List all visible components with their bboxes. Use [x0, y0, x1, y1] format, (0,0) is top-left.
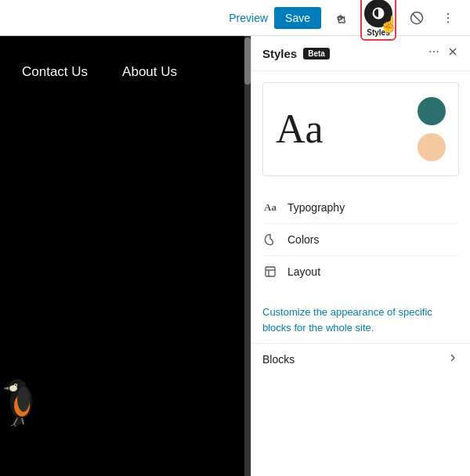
bird-illustration	[0, 359, 43, 429]
style-preview-card[interactable]: Aa	[262, 82, 459, 176]
panel-blocks-row[interactable]: Blocks	[251, 343, 470, 375]
side-panel: Styles Beta Aa	[251, 36, 470, 476]
svg-point-6	[447, 21, 449, 23]
nav-contact-us[interactable]: Contact Us	[11, 50, 99, 89]
panel-more-icon[interactable]	[428, 45, 440, 61]
scrollbar-thumb[interactable]	[244, 38, 251, 85]
preview-button[interactable]: Preview	[229, 12, 268, 24]
panel-item-layout[interactable]: Layout	[262, 256, 459, 287]
svg-line-3	[413, 13, 421, 22]
main-area: Contact Us About Us	[0, 36, 470, 476]
svg-point-21	[433, 51, 435, 52]
nav-about-us[interactable]: About Us	[111, 50, 188, 89]
svg-marker-11	[3, 387, 9, 390]
no-image-icon[interactable]	[404, 5, 429, 31]
toolbar: Preview Save ☝ St	[0, 0, 470, 36]
panel-items: Aa Typography Colors	[251, 187, 470, 292]
blocks-label: Blocks	[262, 353, 295, 366]
colors-label: Colors	[287, 233, 319, 246]
layout-icon	[262, 264, 278, 279]
color-dot-peach	[418, 133, 446, 161]
style-preview-colors	[418, 97, 446, 161]
panel-info-text: Customize the appearance of specific blo…	[251, 292, 470, 343]
layout-label: Layout	[287, 265, 320, 278]
svg-point-4	[447, 13, 449, 14]
panel-header: Styles Beta	[251, 36, 470, 71]
typography-label: Typography	[287, 201, 345, 214]
chevron-right-icon	[446, 352, 459, 367]
styles-label: Styles	[367, 28, 389, 37]
typography-icon: Aa	[262, 200, 278, 215]
panel-beta-badge: Beta	[303, 48, 330, 60]
svg-rect-25	[266, 267, 275, 276]
more-options-icon[interactable]	[436, 5, 461, 31]
panel-header-actions	[428, 45, 459, 61]
panel-title: Styles	[262, 47, 297, 60]
save-button[interactable]: Save	[274, 7, 321, 29]
styles-button[interactable]: ☝ Styles	[360, 0, 396, 41]
panel-close-icon[interactable]	[446, 45, 459, 61]
colors-icon	[262, 232, 278, 247]
svg-line-18	[11, 424, 14, 426]
svg-point-20	[429, 51, 431, 52]
color-dot-teal	[418, 97, 446, 125]
svg-point-5	[447, 16, 449, 18]
canvas-nav: Contact Us About Us	[0, 36, 251, 99]
svg-point-22	[437, 51, 439, 52]
panel-item-typography[interactable]: Aa Typography	[262, 192, 459, 224]
svg-point-13	[15, 384, 16, 386]
style-preview-aa: Aa	[276, 109, 324, 150]
svg-line-17	[22, 418, 24, 424]
svg-point-14	[17, 387, 30, 412]
settings-icon[interactable]	[327, 5, 352, 31]
panel-item-colors[interactable]: Colors	[262, 224, 459, 256]
canvas: Contact Us About Us	[0, 36, 251, 476]
scrollbar[interactable]	[244, 36, 251, 476]
